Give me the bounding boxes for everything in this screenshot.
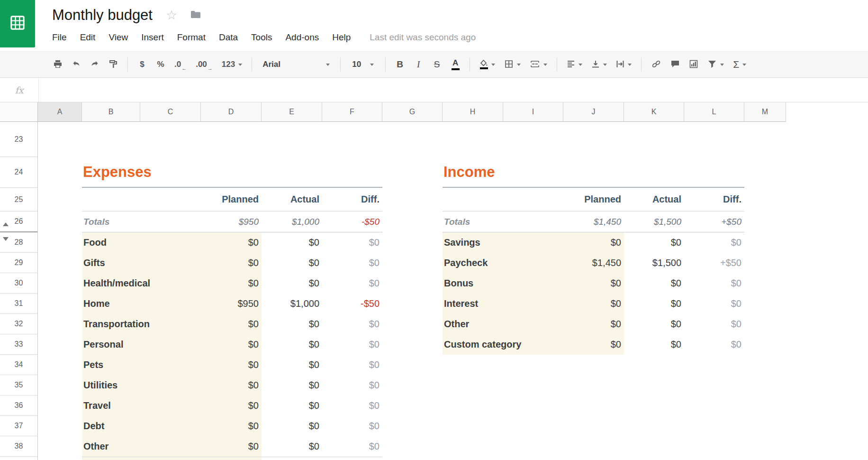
menu-file[interactable]: File: [45, 32, 73, 43]
expenses-diff-header[interactable]: Diff.: [322, 188, 382, 211]
expense-planned-cell[interactable]: $0: [201, 314, 262, 334]
italic-button[interactable]: I: [413, 55, 424, 74]
expense-actual-cell[interactable]: $0: [262, 314, 322, 334]
horizontal-align-button[interactable]: [566, 55, 583, 74]
expense-category-cell[interactable]: Home: [82, 294, 201, 314]
row-header-37[interactable]: 37: [0, 416, 37, 436]
income-diff-header[interactable]: Diff.: [684, 188, 744, 211]
row-header-35[interactable]: 35: [0, 375, 37, 396]
expense-actual-cell[interactable]: $1,000: [262, 294, 322, 314]
income-diff-cell[interactable]: $0: [684, 334, 744, 355]
row-header-30[interactable]: 30: [0, 273, 37, 294]
row-header-34[interactable]: 34: [0, 355, 37, 375]
column-header-e[interactable]: E: [262, 102, 322, 122]
income-diff-cell[interactable]: $0: [684, 232, 744, 253]
income-actual-cell[interactable]: $0: [624, 273, 684, 294]
expense-actual-cell[interactable]: $0: [262, 273, 322, 294]
font-size-select[interactable]: 10: [349, 55, 377, 74]
text-wrap-button[interactable]: [615, 55, 633, 74]
expense-category-cell[interactable]: Utilities: [82, 375, 201, 396]
expense-diff-cell[interactable]: -$50: [322, 294, 382, 314]
expense-category-cell[interactable]: Transportation: [82, 314, 201, 334]
expense-actual-cell[interactable]: $0: [262, 375, 322, 396]
expense-planned-cell[interactable]: $0: [201, 396, 262, 416]
formula-input[interactable]: [39, 78, 868, 102]
income-diff-cell[interactable]: +$50: [684, 253, 744, 273]
expense-planned-cell[interactable]: $0: [201, 416, 262, 436]
last-edit-status[interactable]: Last edit was seconds ago: [370, 32, 476, 43]
income-actual-cell[interactable]: $0: [624, 232, 684, 253]
income-planned-cell[interactable]: $0: [563, 334, 624, 355]
income-category-cell[interactable]: Bonus: [443, 273, 563, 294]
column-header-c[interactable]: C: [140, 102, 201, 122]
column-header-m[interactable]: M: [744, 102, 786, 122]
document-title[interactable]: Monthly budget: [52, 7, 153, 24]
column-header-d[interactable]: D: [201, 102, 262, 122]
income-planned-header[interactable]: Planned: [563, 188, 624, 211]
bold-button[interactable]: B: [394, 55, 406, 74]
expense-category-cell[interactable]: Personal: [82, 334, 201, 355]
income-diff-cell[interactable]: $0: [684, 314, 744, 334]
expenses-planned-header[interactable]: Planned: [201, 188, 262, 211]
column-header-h[interactable]: H: [443, 102, 503, 122]
row-header-32[interactable]: 32: [0, 314, 37, 334]
row-header-38[interactable]: 38: [0, 436, 37, 457]
redo-button[interactable]: [89, 55, 100, 74]
income-planned-cell[interactable]: $0: [563, 232, 624, 253]
income-totals-actual-cell[interactable]: $1,500: [624, 212, 684, 232]
expense-actual-cell[interactable]: $0: [262, 436, 322, 457]
increase-decimals-button[interactable]: .00→: [195, 55, 214, 74]
expense-diff-cell[interactable]: $0: [322, 273, 382, 294]
print-button[interactable]: [52, 55, 63, 74]
expense-category-cell[interactable]: Other: [82, 436, 201, 457]
row-header-25[interactable]: 25: [0, 188, 37, 212]
paint-format-button[interactable]: [108, 55, 119, 74]
expense-category-cell[interactable]: Travel: [82, 396, 201, 416]
insert-comment-button[interactable]: [669, 55, 681, 74]
menu-edit[interactable]: Edit: [73, 32, 102, 43]
income-diff-cell[interactable]: $0: [684, 273, 744, 294]
filter-button[interactable]: [706, 55, 725, 74]
row-header-36[interactable]: 36: [0, 396, 37, 416]
income-category-cell[interactable]: Savings: [443, 232, 563, 253]
functions-button[interactable]: Σ: [732, 55, 747, 74]
expense-category-cell[interactable]: Gifts: [82, 253, 201, 273]
format-currency-button[interactable]: $: [136, 55, 148, 74]
income-title[interactable]: Income: [443, 164, 495, 181]
menu-tools[interactable]: Tools: [244, 32, 279, 43]
expenses-totals-diff-cell[interactable]: -$50: [322, 212, 382, 232]
income-planned-cell[interactable]: $0: [563, 273, 624, 294]
row-header-29[interactable]: 29: [0, 253, 37, 273]
expenses-totals-actual-cell[interactable]: $1,000: [262, 212, 322, 232]
income-actual-header[interactable]: Actual: [624, 188, 684, 211]
expense-category-cell[interactable]: Pets: [82, 355, 201, 375]
expense-diff-cell[interactable]: $0: [322, 253, 382, 273]
menu-data[interactable]: Data: [212, 32, 244, 43]
expense-actual-cell[interactable]: $0: [262, 334, 322, 355]
menu-format[interactable]: Format: [171, 32, 212, 43]
income-actual-cell[interactable]: $1,500: [624, 253, 684, 273]
expense-diff-cell[interactable]: $0: [322, 334, 382, 355]
expense-planned-cell[interactable]: $950: [201, 294, 262, 314]
number-format-button[interactable]: 123: [221, 55, 243, 74]
expense-diff-cell[interactable]: $0: [322, 355, 382, 375]
income-diff-cell[interactable]: $0: [684, 294, 744, 314]
expense-category-cell[interactable]: Health/medical: [82, 273, 201, 294]
expense-diff-cell[interactable]: $0: [322, 416, 382, 436]
insert-link-button[interactable]: [650, 55, 662, 74]
column-header-a[interactable]: A: [38, 102, 82, 122]
menu-view[interactable]: View: [102, 32, 135, 43]
expense-planned-cell[interactable]: $0: [201, 334, 262, 355]
expense-diff-cell[interactable]: $0: [322, 396, 382, 416]
insert-chart-button[interactable]: [688, 55, 699, 74]
expense-diff-cell[interactable]: $0: [322, 375, 382, 396]
text-color-button[interactable]: A: [450, 55, 461, 74]
expense-actual-cell[interactable]: $0: [262, 253, 322, 273]
expense-planned-cell[interactable]: $0: [201, 355, 262, 375]
expense-planned-cell[interactable]: $0: [201, 436, 262, 457]
expense-diff-cell[interactable]: $0: [322, 314, 382, 334]
column-header-l[interactable]: L: [684, 102, 744, 122]
expense-actual-cell[interactable]: $0: [262, 232, 322, 253]
row-header-23[interactable]: 23: [0, 122, 37, 157]
row-header-31[interactable]: 31: [0, 294, 37, 314]
